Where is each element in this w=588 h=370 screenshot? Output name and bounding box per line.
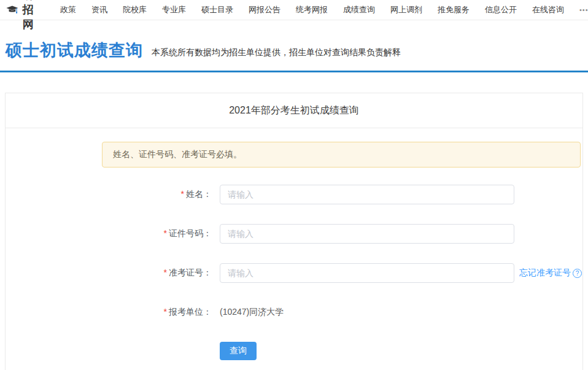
form-row-target-unit: *报考单位： (10247)同济大学 <box>6 303 582 322</box>
card-title: 2021年部分考生初试成绩查询 <box>229 104 359 117</box>
form-row-admission-ticket: *准考证号： 忘记准考证号 ? <box>6 263 582 283</box>
required-asterisk: * <box>181 189 184 199</box>
required-fields-notice: 姓名、证件号码、准考证号必填。 <box>102 142 581 168</box>
form-row-name: *姓名： <box>6 185 582 204</box>
required-asterisk: * <box>164 268 167 277</box>
nav-item-announce[interactable]: 网报公告 <box>249 4 280 15</box>
admission-ticket-label: *准考证号： <box>6 268 220 279</box>
nav-item-register[interactable]: 统考网报 <box>296 4 328 15</box>
card-body: 姓名、证件号码、准考证号必填。 *姓名： *证件号码： *准考证号： <box>6 128 582 360</box>
forgot-ticket-link[interactable]: 忘记准考证号 ? <box>519 268 582 279</box>
name-input[interactable] <box>220 185 514 204</box>
nav-item-exemption[interactable]: 推免服务 <box>438 4 470 15</box>
nav-item-adjustment[interactable]: 网上调剂 <box>390 4 422 15</box>
query-button[interactable]: 查询 <box>220 342 257 360</box>
site-brand-name[interactable]: 研招网 <box>23 0 43 32</box>
top-navbar: 研招网 政策 资讯 院校库 专业库 硕士目录 网报公告 统考网报 成绩查询 网上… <box>0 0 588 20</box>
page-title: 硕士初试成绩查询 <box>6 39 143 61</box>
score-query-card: 2021年部分考生初试成绩查询 姓名、证件号码、准考证号必填。 *姓名： *证件… <box>5 93 583 370</box>
nav-menu: 政策 资讯 院校库 专业库 硕士目录 网报公告 统考网报 成绩查询 网上调剂 推… <box>60 4 588 15</box>
admission-ticket-input[interactable] <box>220 263 514 283</box>
form-actions: 查询 <box>220 342 582 360</box>
target-unit-label: *报考单位： <box>6 307 220 318</box>
card-header: 2021年部分考生初试成绩查询 <box>6 93 582 128</box>
score-query-form: *姓名： *证件号码： *准考证号： 忘记准考证号 ? <box>6 185 582 360</box>
required-asterisk: * <box>164 228 167 238</box>
id-number-input[interactable] <box>220 224 514 244</box>
more-icon[interactable]: ••• <box>579 6 588 13</box>
graduation-cap-icon <box>6 2 18 17</box>
nav-item-policy[interactable]: 政策 <box>60 4 76 15</box>
header-divider <box>0 71 588 72</box>
target-unit-value: (10247)同济大学 <box>220 307 284 318</box>
page-subtitle: 本系统所有数据均为招生单位提供，招生单位对查询结果负责解释 <box>152 42 401 58</box>
name-label: *姓名： <box>6 189 220 200</box>
nav-item-majors[interactable]: 专业库 <box>162 4 186 15</box>
form-row-id-number: *证件号码： <box>6 224 582 244</box>
site-logo[interactable]: 研招网 <box>6 0 43 32</box>
question-circle-icon[interactable]: ? <box>573 269 582 278</box>
id-number-label: *证件号码： <box>6 228 220 239</box>
nav-item-disclosure[interactable]: 信息公开 <box>485 4 517 15</box>
forgot-ticket-text: 忘记准考证号 <box>519 268 571 279</box>
nav-item-catalog[interactable]: 硕士目录 <box>201 4 233 15</box>
notice-text: 姓名、证件号码、准考证号必填。 <box>113 149 242 160</box>
page-header: 硕士初试成绩查询 本系统所有数据均为招生单位提供，招生单位对查询结果负责解释 <box>0 20 588 71</box>
nav-item-scores[interactable]: 成绩查询 <box>343 4 375 15</box>
nav-item-schools[interactable]: 院校库 <box>123 4 147 15</box>
nav-item-news[interactable]: 资讯 <box>91 4 107 15</box>
required-asterisk: * <box>164 307 167 317</box>
nav-item-consult[interactable]: 在线咨询 <box>532 4 564 15</box>
